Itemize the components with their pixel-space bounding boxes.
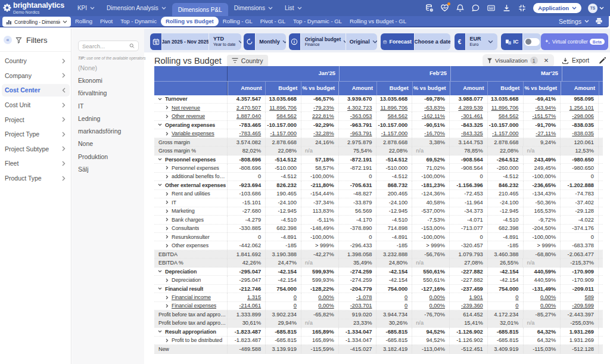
chevron-down-icon[interactable] (158, 158, 162, 161)
filter-value-item[interactable]: IT (78, 99, 142, 112)
row-label-cell[interactable]: IT (154, 198, 227, 206)
chevron-right-icon[interactable] (166, 304, 169, 308)
chevron-right-icon[interactable] (166, 209, 169, 213)
value-cell[interactable]: 589 (560, 293, 598, 301)
currency-symbol-button[interactable]: € (455, 33, 465, 50)
value-cell[interactable]: 0,00% (412, 302, 449, 310)
value-cell[interactable]: 0 (487, 302, 523, 310)
tab-rolling-vs-budget[interactable]: Rolling vs Budget (161, 17, 219, 26)
ic-button[interactable]: IC (501, 33, 522, 50)
nav-item-dimensions[interactable]: Dimensions (228, 0, 279, 16)
value-cell[interactable]: -203.701 (338, 302, 376, 310)
user-menu[interactable]: TS (588, 4, 604, 13)
sidebar-item-cost-center[interactable]: Cost Center (0, 83, 71, 98)
database-settings-icon[interactable] (425, 4, 434, 13)
value-cell[interactable]: -79,23% (301, 104, 338, 111)
chevron-right-icon[interactable] (166, 114, 169, 119)
value-cell[interactable]: -963.791 (338, 129, 376, 137)
sidebar-item-company[interactable]: Company (0, 69, 71, 83)
value-cell[interactable]: -16,70% (412, 129, 449, 137)
budget-info-button[interactable] (289, 33, 300, 50)
chevron-right-icon[interactable] (166, 226, 169, 231)
chevron-down-icon[interactable] (158, 270, 162, 273)
tab-pivot[interactable]: Pivot (97, 15, 116, 27)
value-cell[interactable]: 0,00% (523, 302, 561, 310)
brand-logo[interactable]: brightanalytics Demo Nordics (0, 2, 64, 14)
value-cell[interactable]: 1.315 (227, 293, 265, 301)
close-visualization-icon[interactable]: ✕ (543, 57, 550, 64)
value-cell[interactable]: 4.289.539 (449, 104, 487, 111)
value-cell[interactable]: -27,11% (523, 129, 561, 137)
value-cell[interactable]: 2.470.507 (227, 104, 265, 111)
tab-rolling[interactable]: Rolling (71, 15, 96, 27)
value-cell[interactable]: -214.061 (227, 302, 265, 310)
sidebar-item-cost-unit[interactable]: Cost Unit (0, 98, 71, 113)
tab-rolling-gl[interactable]: Rolling - GL (219, 15, 256, 27)
sidebar-item-project-type[interactable]: Project Type (0, 127, 71, 142)
nav-item-dimension-analysis[interactable]: Dimension Analysis (101, 0, 172, 16)
row-label-cell[interactable]: Depreciation (154, 276, 227, 284)
compress-icon[interactable] (518, 4, 527, 13)
collapse-sidebar-button[interactable]: « (4, 36, 12, 44)
chevron-right-icon[interactable] (166, 278, 169, 282)
row-label-cell[interactable]: Other revenue (154, 112, 227, 120)
value-cell[interactable]: 1.901 (449, 293, 487, 301)
value-cell[interactable]: -298.006 (560, 112, 598, 120)
value-cell[interactable]: -32,28% (301, 129, 338, 137)
value-cell[interactable]: -63,94% (523, 104, 561, 111)
value-cell[interactable]: -1.157.000 (376, 129, 412, 137)
value-cell[interactable]: 1.887.040 (227, 112, 265, 120)
edit-pencil-icon[interactable] (599, 57, 606, 64)
value-cell[interactable]: 0 (265, 293, 301, 301)
value-cell[interactable]: -162,11% (412, 112, 449, 120)
row-label-cell[interactable]: Turnover (154, 95, 227, 103)
application-button[interactable]: Application (533, 3, 581, 13)
chevron-down-icon[interactable] (158, 330, 162, 333)
sidebar-item-project[interactable]: Project (0, 112, 71, 127)
export-button[interactable]: Export (562, 57, 589, 64)
filter-value-item[interactable]: Ekonomi (78, 74, 142, 86)
dimension-chip[interactable]: Country (227, 55, 268, 67)
currency-dropdown[interactable]: EUR Euro (466, 33, 497, 50)
row-label-cell[interactable]: Net revenue (154, 104, 227, 111)
filter-value-item[interactable]: Produktion (78, 150, 142, 163)
row-label-cell[interactable]: Bank charges (154, 216, 227, 223)
value-cell[interactable]: -783.465 (227, 129, 265, 137)
row-label-cell[interactable]: Personnel expenses (154, 164, 227, 172)
row-label-cell[interactable]: additional benefits for emp... (154, 173, 227, 181)
filter-value-item[interactable]: Sälj (78, 163, 142, 175)
date-range-value[interactable]: Jan 2025 - Nov 2025 (162, 33, 208, 50)
tab-top-dynamic-gl[interactable]: Top - Dynamic - GL (290, 15, 346, 27)
forecast-button[interactable]: Forecast (381, 33, 414, 50)
row-label-cell[interactable]: Profit to be distributed (154, 337, 227, 344)
chevron-down-icon[interactable] (158, 98, 162, 101)
period-dropdown[interactable]: Monthly (256, 33, 286, 50)
value-cell[interactable]: 0,00% (412, 293, 449, 301)
value-cell[interactable]: -1.157.000 (265, 129, 301, 137)
chevron-right-icon[interactable] (166, 132, 169, 136)
value-cell[interactable]: 584.562 (376, 112, 412, 120)
chevron-right-icon[interactable] (166, 295, 169, 300)
row-label-cell[interactable]: Other expenses (154, 241, 227, 249)
virtual-controller-button[interactable]: Virtual controller Beta (541, 33, 608, 50)
sidebar-item-fleet[interactable]: Fleet (0, 156, 71, 171)
download-icon[interactable] (502, 4, 511, 13)
sidebar-item-project-subtype[interactable]: Project Subtype (0, 142, 71, 157)
health-pulse-icon[interactable] (440, 4, 449, 13)
filter-value-item[interactable]: Ledning (78, 112, 142, 125)
panel-icon[interactable] (487, 4, 496, 13)
nav-item-kpi[interactable]: KPI (71, 0, 101, 16)
value-cell[interactable]: 0 (376, 293, 412, 301)
row-label-cell[interactable]: Operating expenses (154, 121, 227, 129)
search-box[interactable] (78, 41, 139, 51)
calendar-search-button[interactable] (150, 33, 161, 50)
chevron-right-icon[interactable] (166, 338, 169, 343)
refresh-period-button[interactable] (244, 33, 255, 50)
budget-version-dropdown[interactable]: Original (346, 33, 377, 50)
filter-value-item[interactable]: None (78, 138, 142, 150)
row-label-cell[interactable]: Consultants (154, 225, 227, 232)
chevron-right-icon[interactable] (166, 166, 169, 170)
value-cell[interactable]: -843.325 (449, 129, 487, 137)
sidebar-item-country[interactable]: Country (0, 54, 71, 69)
chevron-right-icon[interactable] (166, 105, 169, 110)
